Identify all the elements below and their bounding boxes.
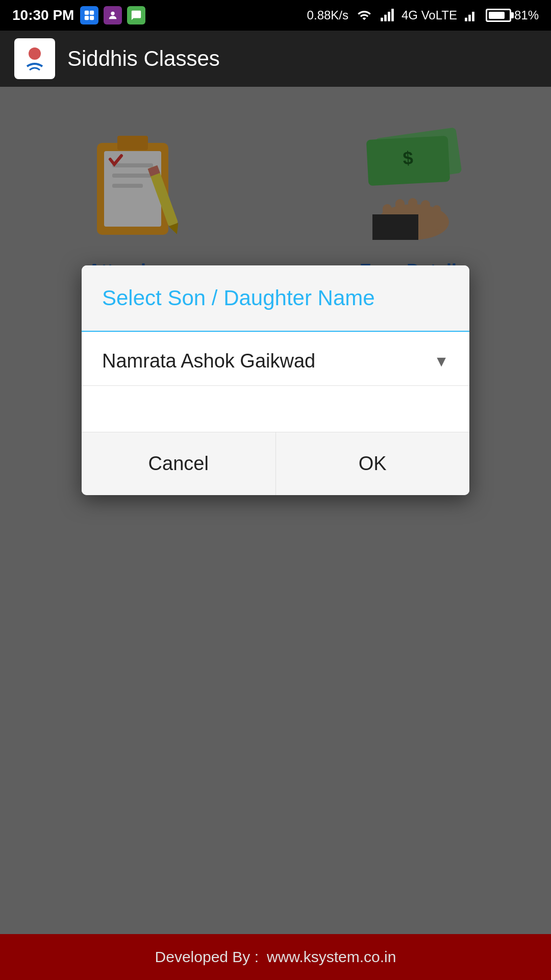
signal-icon-2: [464, 8, 479, 22]
battery-indicator: 81%: [486, 8, 539, 22]
svg-rect-2: [85, 16, 89, 20]
app-logo-inner: [17, 41, 53, 77]
app-icon-1: [80, 6, 98, 24]
dropdown-arrow-icon: ▼: [434, 353, 449, 370]
wifi-icon: [356, 8, 373, 22]
svg-point-12: [29, 47, 41, 60]
svg-rect-9: [465, 18, 467, 21]
app-icon-2: [104, 6, 122, 24]
status-bar: 10:30 PM 0.88K/s 4G VoLTE 81%: [0, 0, 551, 31]
svg-rect-7: [388, 12, 390, 21]
svg-rect-11: [472, 12, 474, 21]
signal-icon: [380, 8, 394, 22]
app-header: Siddhis Classes: [0, 31, 551, 87]
svg-rect-3: [90, 16, 94, 20]
svg-rect-10: [468, 15, 471, 21]
dropdown-space: [82, 386, 469, 427]
network-type: 4G VoLTE: [402, 8, 457, 22]
battery-percentage: 81%: [514, 8, 539, 22]
cancel-button[interactable]: Cancel: [82, 432, 276, 495]
developed-by-label: Developed By :: [155, 948, 259, 966]
dialog-title-area: Select Son / Daughter Name: [82, 265, 469, 331]
svg-point-4: [111, 12, 115, 15]
dialog-content: Namrata Ashok Gaikwad ▼: [82, 332, 469, 432]
battery-fill: [489, 12, 505, 19]
dialog-title: Select Son / Daughter Name: [102, 286, 449, 310]
svg-rect-0: [85, 11, 89, 15]
footer-website: www.ksystem.co.in: [267, 948, 396, 966]
app-title: Siddhis Classes: [67, 46, 220, 71]
dropdown-row[interactable]: Namrata Ashok Gaikwad ▼: [82, 337, 469, 386]
status-bar-right: 0.88K/s 4G VoLTE 81%: [307, 8, 539, 22]
network-speed: 0.88K/s: [307, 8, 348, 22]
app-logo: [14, 38, 55, 79]
logo-svg: [19, 43, 50, 74]
dialog-overlay: Select Son / Daughter Name Namrata Ashok…: [0, 87, 551, 949]
status-bar-left: 10:30 PM: [12, 6, 145, 24]
dialog-buttons: Cancel OK: [82, 432, 469, 495]
svg-rect-6: [384, 15, 387, 21]
dropdown-selected-value: Namrata Ashok Gaikwad: [102, 350, 434, 372]
select-name-dialog: Select Son / Daughter Name Namrata Ashok…: [82, 265, 469, 495]
app-icon-3: [127, 6, 145, 24]
footer: Developed By : www.ksystem.co.in: [0, 934, 551, 980]
svg-rect-5: [381, 18, 383, 21]
svg-rect-1: [90, 11, 94, 15]
svg-rect-8: [391, 9, 394, 21]
battery-icon: [486, 9, 511, 22]
status-icons: [80, 6, 145, 24]
status-time: 10:30 PM: [12, 7, 74, 23]
ok-button[interactable]: OK: [276, 432, 470, 495]
